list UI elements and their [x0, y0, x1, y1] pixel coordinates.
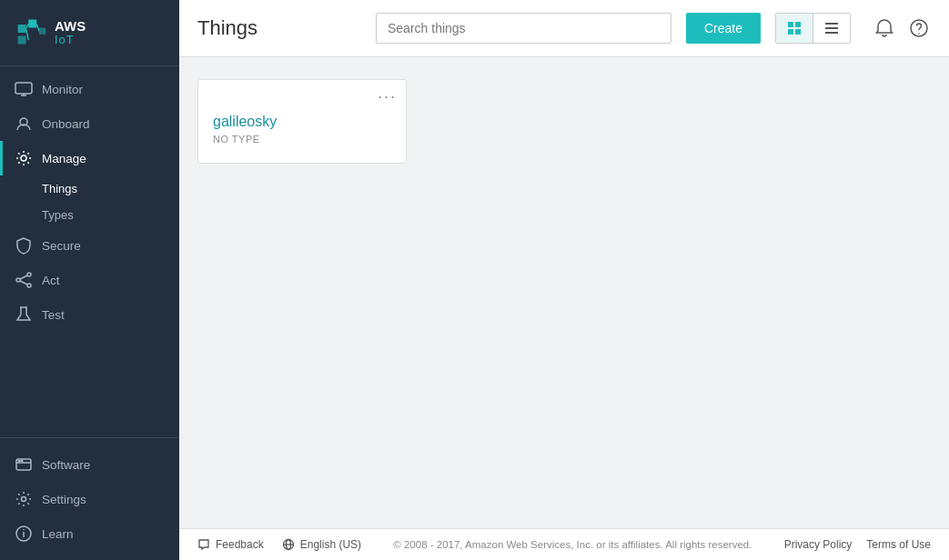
- thing-card-menu-button[interactable]: ···: [378, 87, 397, 106]
- secure-icon: [15, 236, 33, 255]
- sidebar-nav: Monitor Onboard Manage Things: [0, 66, 179, 437]
- search-input[interactable]: [376, 13, 671, 44]
- feedback-icon: [197, 538, 210, 551]
- sidebar-item-manage[interactable]: Manage: [0, 141, 179, 175]
- sidebar-label-secure: Secure: [42, 239, 81, 253]
- globe-icon: [282, 538, 295, 551]
- feedback-link[interactable]: Feedback: [197, 538, 264, 551]
- header-icons: [873, 16, 931, 40]
- footer: Feedback English (US) © 2008 - 2017, Ama…: [179, 528, 949, 560]
- sidebar: AWS IoT Monitor Onboard: [0, 0, 179, 560]
- sidebar-label-software: Software: [42, 458, 90, 472]
- help-button[interactable]: [907, 16, 931, 40]
- sidebar-label-learn: Learn: [42, 527, 74, 541]
- main-content: Things Create: [179, 0, 949, 560]
- sidebar-label-monitor: Monitor: [42, 83, 83, 96]
- sidebar-item-onboard[interactable]: Onboard: [0, 106, 179, 141]
- aws-iot-logo-icon: [15, 16, 47, 49]
- svg-rect-2: [18, 36, 26, 45]
- footer-copyright: © 2008 - 2017, Amazon Web Services, Inc.…: [393, 539, 752, 550]
- svg-rect-29: [795, 29, 801, 35]
- settings-icon: [15, 490, 33, 508]
- svg-line-6: [36, 24, 39, 31]
- view-toggle: [775, 13, 851, 44]
- manage-subnav: Things Types: [0, 175, 179, 228]
- svg-rect-28: [788, 29, 793, 35]
- thing-card: ··· galileosky NO TYPE: [197, 79, 407, 164]
- svg-rect-27: [795, 22, 801, 27]
- svg-line-15: [20, 275, 27, 279]
- notification-button[interactable]: [873, 16, 896, 40]
- sidebar-label-onboard: Onboard: [42, 117, 90, 131]
- language-link[interactable]: English (US): [282, 538, 361, 551]
- software-icon: [15, 455, 33, 474]
- topbar: Things Create: [179, 0, 949, 57]
- svg-rect-1: [28, 20, 36, 28]
- sidebar-label-manage: Manage: [42, 152, 86, 165]
- svg-rect-0: [18, 25, 26, 33]
- svg-rect-7: [15, 83, 32, 94]
- bell-icon: [874, 18, 894, 38]
- svg-rect-30: [825, 23, 838, 25]
- thing-card-header: ···: [198, 80, 406, 110]
- content-area: ··· galileosky NO TYPE: [179, 57, 949, 528]
- grid-icon: [787, 21, 802, 35]
- svg-point-22: [22, 497, 26, 502]
- svg-rect-32: [825, 32, 838, 34]
- svg-rect-26: [788, 22, 793, 27]
- grid-view-button[interactable]: [776, 14, 813, 43]
- page-title-area: Things: [197, 16, 361, 40]
- terms-of-use-link[interactable]: Terms of Use: [866, 538, 931, 551]
- thing-type: NO TYPE: [213, 134, 391, 145]
- svg-point-21: [21, 460, 23, 462]
- svg-point-12: [16, 278, 20, 282]
- sidebar-item-monitor[interactable]: Monitor: [0, 72, 179, 106]
- svg-point-34: [918, 33, 920, 35]
- sidebar-item-software[interactable]: Software: [0, 447, 179, 482]
- svg-line-4: [26, 24, 29, 28]
- list-icon: [824, 21, 839, 35]
- monitor-icon: [15, 80, 33, 98]
- svg-point-11: [21, 155, 26, 161]
- language-label: English (US): [300, 538, 361, 551]
- sidebar-item-settings[interactable]: Settings: [0, 482, 179, 516]
- help-icon: [909, 18, 929, 38]
- sidebar-label-test: Test: [42, 308, 65, 322]
- sidebar-label-settings: Settings: [42, 493, 86, 506]
- sidebar-item-types[interactable]: Types: [42, 202, 179, 228]
- feedback-label: Feedback: [216, 538, 264, 551]
- svg-line-16: [20, 281, 27, 285]
- svg-point-20: [18, 460, 20, 462]
- svg-line-5: [26, 29, 29, 41]
- page-title: Things: [197, 16, 361, 40]
- privacy-policy-link[interactable]: Privacy Policy: [784, 538, 853, 551]
- svg-point-25: [23, 529, 24, 530]
- svg-point-13: [27, 273, 31, 276]
- svg-rect-31: [825, 27, 838, 29]
- test-icon: [15, 305, 33, 324]
- footer-right: Privacy Policy Terms of Use: [784, 538, 931, 551]
- sidebar-item-test[interactable]: Test: [0, 297, 179, 332]
- onboard-icon: [15, 115, 33, 133]
- learn-icon: [15, 525, 33, 543]
- list-view-button[interactable]: [813, 14, 850, 43]
- sidebar-label-act: Act: [42, 274, 60, 287]
- sidebar-item-secure[interactable]: Secure: [0, 228, 179, 263]
- create-button[interactable]: Create: [686, 13, 761, 44]
- act-icon: [15, 271, 33, 289]
- manage-icon: [15, 149, 33, 167]
- sidebar-footer: Software Settings Learn: [0, 437, 179, 560]
- sidebar-item-things[interactable]: Things: [42, 175, 179, 202]
- svg-rect-3: [39, 28, 45, 35]
- logo[interactable]: AWS IoT: [0, 0, 179, 66]
- sidebar-item-act[interactable]: Act: [0, 263, 179, 297]
- thing-name[interactable]: galileosky: [213, 114, 391, 130]
- logo-text: AWS IoT: [55, 19, 86, 47]
- thing-card-body: galileosky NO TYPE: [198, 110, 406, 163]
- sidebar-item-learn[interactable]: Learn: [0, 516, 179, 551]
- svg-point-14: [27, 284, 31, 287]
- logo-iot: IoT: [55, 34, 86, 46]
- footer-left: Feedback English (US): [197, 538, 361, 551]
- logo-aws: AWS: [55, 19, 86, 35]
